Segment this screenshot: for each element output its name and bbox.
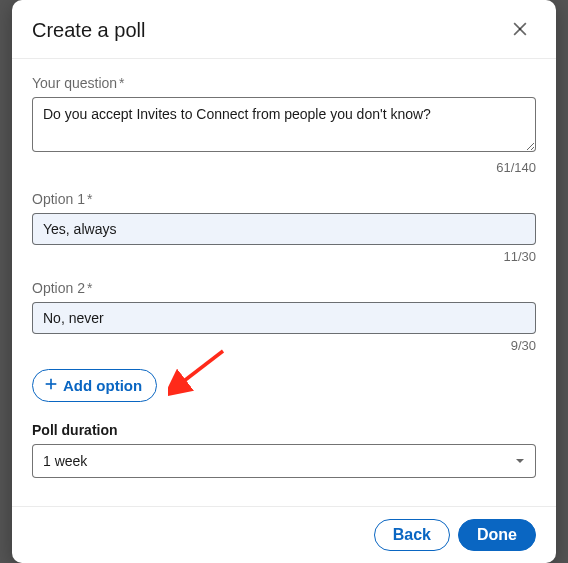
modal-footer: Back Done: [12, 507, 556, 563]
poll-duration-label: Poll duration: [32, 422, 536, 438]
modal-body-scroll[interactable]: Your question 61/140 Option 1 11/30 Opti…: [12, 58, 556, 507]
option-1-input[interactable]: [32, 213, 536, 245]
plus-icon: [43, 376, 59, 395]
create-poll-modal: Create a poll Your question 61/140 Optio…: [12, 0, 556, 563]
done-button[interactable]: Done: [458, 519, 536, 551]
option-1-label: Option 1: [32, 191, 536, 207]
modal-title: Create a poll: [32, 19, 145, 42]
option-2-counter: 9/30: [32, 338, 536, 353]
option-2-input[interactable]: [32, 302, 536, 334]
close-icon: [510, 19, 530, 42]
back-button[interactable]: Back: [374, 519, 450, 551]
option-2-label: Option 2: [32, 280, 536, 296]
question-textarea[interactable]: [32, 97, 536, 152]
modal-header: Create a poll: [12, 0, 556, 58]
poll-duration-select[interactable]: 1 week: [32, 444, 536, 478]
add-option-label: Add option: [63, 377, 142, 394]
option-1-counter: 11/30: [32, 249, 536, 264]
close-button[interactable]: [504, 14, 536, 46]
question-label: Your question: [32, 75, 536, 91]
question-counter: 61/140: [32, 160, 536, 175]
add-option-button[interactable]: Add option: [32, 369, 157, 402]
